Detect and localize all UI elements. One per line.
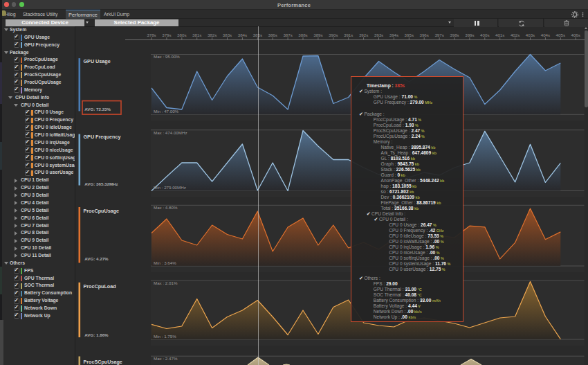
svg-text:401s: 401s	[495, 33, 504, 37]
svg-text:Max : 95.00%: Max : 95.00%	[154, 54, 180, 59]
svg-text:378s: 378s	[147, 33, 156, 37]
svg-text:ProcCpuLoad: ProcCpuLoad	[84, 283, 116, 290]
svg-text:Min : 1.75%: Min : 1.75%	[154, 334, 176, 339]
svg-text:398s: 398s	[450, 33, 459, 37]
svg-text:GPU Frequency: GPU Frequency	[84, 134, 121, 140]
svg-text:380s: 380s	[177, 33, 186, 37]
svg-text:AVG: 4.27%: AVG: 4.27%	[84, 256, 109, 261]
svg-text:Min : 3.64%: Min : 3.64%	[154, 260, 176, 265]
svg-text:ProcCpuUsage: ProcCpuUsage	[84, 208, 120, 214]
svg-text:ProcSCpuUsage: ProcSCpuUsage	[84, 359, 122, 365]
svg-text:AVG: 1.86%: AVG: 1.86%	[84, 332, 109, 337]
svg-text:Min : 47.00%: Min : 47.00%	[154, 109, 179, 114]
svg-text:395s: 395s	[405, 33, 414, 37]
svg-text:379s: 379s	[162, 33, 171, 37]
svg-text:Min : 279.00MHz: Min : 279.00MHz	[154, 185, 186, 190]
svg-text:388s: 388s	[298, 33, 307, 37]
svg-text:AVG: 72.23%: AVG: 72.23%	[84, 107, 111, 112]
svg-text:382s: 382s	[208, 33, 217, 37]
svg-text:404s: 404s	[541, 33, 550, 37]
svg-text:381s: 381s	[192, 33, 201, 37]
svg-text:Max : 2.47%: Max : 2.47%	[154, 356, 178, 361]
svg-text:387s: 387s	[283, 33, 292, 37]
svg-text:400s: 400s	[480, 33, 489, 37]
svg-text:Max : 2.01%: Max : 2.01%	[154, 281, 178, 285]
svg-text:390s: 390s	[329, 33, 338, 37]
svg-text:386s: 386s	[268, 33, 277, 37]
svg-text:GPU Usage: GPU Usage	[84, 58, 111, 64]
svg-text:389s: 389s	[313, 33, 322, 37]
svg-text:405s: 405s	[556, 33, 565, 37]
svg-text:406s: 406s	[571, 33, 580, 37]
svg-text:391s: 391s	[344, 33, 353, 37]
svg-text:Max : 4.80%: Max : 4.80%	[154, 205, 178, 210]
svg-text:385s: 385s	[253, 33, 262, 37]
svg-text:392s: 392s	[359, 33, 368, 37]
svg-text:384s: 384s	[238, 33, 247, 37]
svg-text:396s: 396s	[419, 33, 428, 37]
svg-text:403s: 403s	[526, 33, 535, 37]
svg-text:AVG: 365.32MHz: AVG: 365.32MHz	[84, 181, 118, 186]
svg-text:Max : 474.00MHz: Max : 474.00MHz	[154, 130, 187, 135]
svg-text:394s: 394s	[389, 33, 398, 37]
svg-text:399s: 399s	[465, 33, 474, 37]
svg-text:402s: 402s	[511, 33, 520, 37]
svg-text:393s: 393s	[374, 33, 383, 37]
svg-text:383s: 383s	[223, 33, 232, 37]
svg-text:397s: 397s	[434, 33, 443, 37]
